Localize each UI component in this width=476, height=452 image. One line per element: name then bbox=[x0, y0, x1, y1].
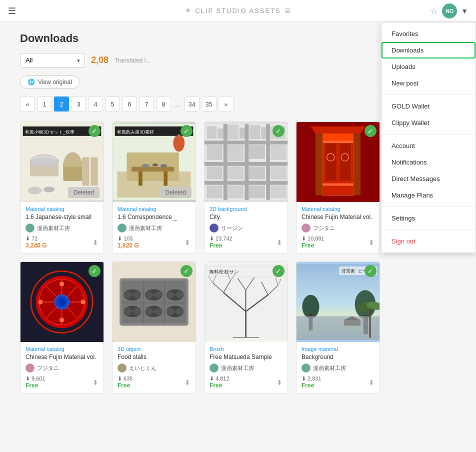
svg-rect-62 bbox=[322, 140, 354, 143]
card-7-author-name: 漫画素材工房 bbox=[221, 364, 254, 372]
page-3[interactable]: 3 bbox=[71, 96, 86, 112]
card-7-author: 漫画素材工房 bbox=[210, 364, 282, 372]
translate-text: Translated l... bbox=[114, 57, 150, 64]
card-7-price: Free bbox=[210, 382, 230, 389]
card-7-stats: ⬇ 4,812 Free bbox=[210, 376, 230, 389]
card-3-thumb[interactable]: ✓ bbox=[204, 122, 288, 202]
card-8-download-icon[interactable]: ⬇ bbox=[368, 378, 374, 386]
card-6-category: 3D object bbox=[118, 346, 190, 352]
svg-point-71 bbox=[60, 282, 64, 286]
monitor-icon: 🖥 bbox=[284, 7, 291, 14]
dropdown-downloads[interactable]: Downloads bbox=[382, 42, 476, 58]
dropdown-direct-messages[interactable]: Direct Messages bbox=[382, 170, 476, 187]
view-original-label: View original bbox=[38, 78, 72, 86]
card-5-downloads: ⬇ 9,601 bbox=[26, 376, 46, 382]
hamburger-icon[interactable]: ☰ bbox=[8, 6, 16, 16]
card-8-price: Free bbox=[302, 382, 322, 389]
card-4-title: Chinese Fujin Material vol. bbox=[302, 214, 374, 220]
card-3-price: Free bbox=[210, 242, 232, 249]
filter-select[interactable]: All Material catalog 3D object 3D backgr… bbox=[20, 53, 85, 68]
card-7-download-icon[interactable]: ⬇ bbox=[276, 378, 282, 386]
dropdown-clippy-wallet[interactable]: Clippy Wallet bbox=[382, 114, 476, 131]
svg-rect-48 bbox=[228, 186, 244, 198]
card-4-thumb[interactable]: ✓ bbox=[296, 122, 380, 202]
card-6-price: Free bbox=[118, 382, 132, 389]
card-5-thumb[interactable]: ✓ bbox=[20, 262, 104, 342]
eye-icon: 👁 bbox=[185, 7, 192, 14]
page-2[interactable]: 2 bbox=[54, 96, 69, 112]
site-name: CLIP STUDIO ASSETS bbox=[195, 7, 281, 14]
card-1-download-icon[interactable]: ⬇ bbox=[92, 238, 98, 246]
dropdown-settings[interactable]: Settings bbox=[382, 210, 476, 226]
svg-rect-38 bbox=[266, 124, 270, 200]
page-next[interactable]: » bbox=[218, 96, 234, 112]
page-35[interactable]: 35 bbox=[202, 96, 216, 112]
svg-rect-50 bbox=[271, 186, 286, 198]
card-1-category: Material catalog bbox=[26, 206, 98, 212]
svg-point-74 bbox=[80, 300, 85, 304]
header-center: 👁 CLIP STUDIO ASSETS 🖥 bbox=[185, 7, 291, 14]
dropdown-signout[interactable]: Sign out bbox=[382, 233, 476, 250]
page-5[interactable]: 5 bbox=[105, 96, 120, 112]
dropdown-notifications[interactable]: Notifications bbox=[382, 154, 476, 170]
card-1-author-name: 漫画素材工房 bbox=[37, 224, 70, 232]
card-6-download-icon[interactable]: ⬇ bbox=[184, 378, 190, 386]
card-1-thumb[interactable]: 和風小物3Dセット_炊事 ✓ Deleted bbox=[20, 122, 104, 202]
svg-rect-8 bbox=[82, 158, 89, 186]
page-34[interactable]: 34 bbox=[184, 96, 200, 112]
page-1[interactable]: 1 bbox=[37, 96, 52, 112]
page-prev[interactable]: « bbox=[20, 96, 35, 112]
dropdown-new-post[interactable]: New post bbox=[382, 75, 476, 92]
dropdown-account[interactable]: Account bbox=[382, 138, 476, 154]
filter-row: All Material catalog 3D object 3D backgr… bbox=[20, 53, 380, 68]
svg-rect-49 bbox=[249, 186, 264, 198]
page-6[interactable]: 6 bbox=[122, 96, 137, 112]
card-2-stats: ⬇ 103 1,820 G bbox=[118, 236, 139, 249]
card-8-thumb[interactable]: 背景素 ビーチ ✓ bbox=[296, 262, 380, 342]
avatar-button[interactable]: NO bbox=[442, 4, 457, 18]
card-7-thumb[interactable]: 無料松枝サン bbox=[204, 262, 288, 342]
card-5-download-icon[interactable]: ⬇ bbox=[92, 378, 98, 386]
page-8[interactable]: 8 bbox=[156, 96, 171, 112]
card-2: 和風飲み屋3D素材 ✓ Deleted bbox=[112, 122, 196, 254]
card-2-thumb[interactable]: 和風飲み屋3D素材 ✓ Deleted bbox=[112, 122, 196, 202]
card-3-title: City. bbox=[210, 214, 282, 220]
dropdown-gold-wallet[interactable]: GOLD Wallet bbox=[382, 98, 476, 114]
card-1-stats: ⬇ 72 3,240 G bbox=[26, 236, 47, 249]
card-3-author-name: リージン bbox=[221, 224, 243, 232]
svg-rect-55 bbox=[339, 143, 351, 181]
svg-rect-39 bbox=[207, 146, 222, 160]
svg-rect-42 bbox=[271, 146, 286, 160]
card-4: ✓ Material catalog Chinese Fujin Materia… bbox=[296, 122, 380, 254]
card-8-author-name: 漫画素材工房 bbox=[313, 364, 346, 372]
chevron-button[interactable]: ▼ bbox=[461, 7, 468, 15]
card-6-title: Food stalls bbox=[118, 354, 190, 360]
card-7-avatar bbox=[210, 364, 218, 372]
card-2-title: 1.6 Correspondence _ bbox=[118, 214, 190, 220]
card-5-body: Material catalog Chinese Fujin Material … bbox=[20, 342, 104, 393]
page-4[interactable]: 4 bbox=[88, 96, 103, 112]
svg-rect-43 bbox=[207, 166, 222, 179]
svg-point-10 bbox=[28, 186, 42, 194]
card-1-title: 1.6 Japanese-style small bbox=[26, 214, 98, 220]
card-6-thumb[interactable]: ✓ bbox=[112, 262, 196, 342]
dropdown-manage-plans[interactable]: Manage Plans bbox=[382, 187, 476, 204]
card-3-category: 3D background bbox=[210, 206, 282, 212]
card-6-body: 3D object Food stalls えいじくん ⬇ 635 Free ⬇ bbox=[112, 342, 196, 393]
card-3-stats: ⬇ 23,742 Free bbox=[210, 236, 232, 249]
page-title: Downloads bbox=[20, 32, 380, 45]
card-3-download-icon[interactable]: ⬇ bbox=[276, 238, 282, 246]
dropdown-favorites[interactable]: Favorites bbox=[382, 26, 476, 42]
header-left: ☰ bbox=[8, 6, 16, 16]
card-4-downloads: ⬇ 10,881 bbox=[302, 236, 324, 242]
card-2-download-icon[interactable]: ⬇ bbox=[184, 238, 190, 246]
svg-rect-19 bbox=[164, 172, 168, 186]
view-original-button[interactable]: 🌐 View original bbox=[20, 76, 80, 88]
card-4-download-icon[interactable]: ⬇ bbox=[368, 238, 374, 246]
dropdown-uploads[interactable]: Uploads bbox=[382, 58, 476, 75]
card-4-stats: ⬇ 10,881 Free bbox=[302, 236, 324, 249]
page-7[interactable]: 7 bbox=[139, 96, 154, 112]
card-5-check: ✓ bbox=[88, 265, 100, 277]
card-2-check: ✓ bbox=[180, 125, 192, 137]
star-icon[interactable]: ☆ bbox=[430, 6, 438, 16]
